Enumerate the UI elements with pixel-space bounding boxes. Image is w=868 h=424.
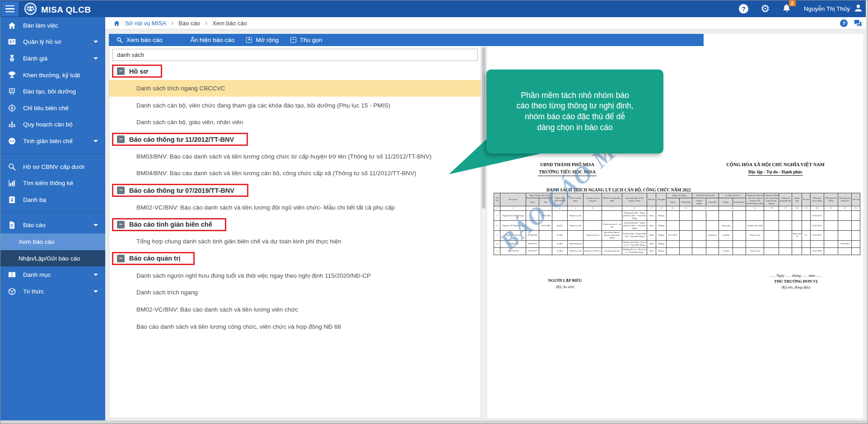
chat-messages-icon[interactable] (854, 19, 862, 28)
help-icon[interactable]: ? (739, 4, 748, 14)
report-data-table: Số TTHọ và tênNgày, tháng, năm sinhNgạch… (494, 193, 860, 255)
search-icon (116, 37, 123, 43)
sidebar-item-label: Đánh giá (23, 55, 47, 62)
report-item-row[interactable]: Danh sách trích ngang (109, 284, 481, 301)
annotation-red-box: −Báo cáo thông tư 07/2019/TT-BNV (112, 184, 248, 197)
report-item-row[interactable]: Danh sách trích ngang CBCCVC (109, 80, 481, 97)
trophy-icon (7, 71, 17, 79)
report-item-row[interactable]: Danh sách cán bộ, viên chức đang tham gi… (109, 97, 481, 114)
collapse-minus-icon[interactable]: − (117, 135, 125, 143)
chevron-down-icon (93, 224, 98, 226)
report-group-label: Báo cáo thông tư 07/2019/TT-BNV (129, 187, 234, 194)
signer-note: (Ký tên, đóng dấu) (744, 285, 848, 289)
sidebar-item[interactable]: Danh bạ (0, 191, 105, 208)
collapse-minus-icon[interactable]: − (117, 221, 125, 228)
table-header-row: Số TTHọ và tênNgày, tháng, năm sinhNgạch… (494, 193, 860, 198)
sidebar-divider (0, 149, 105, 158)
report-item-row[interactable]: Báo cáo danh sách và tiền lương công chứ… (109, 318, 481, 335)
report-item-label: Danh sách cán bộ, giáo viên, nhân viên (136, 119, 243, 126)
sidebar-navigation: Bàn làm việcQuản lý hồ sơĐánh giáKhen th… (0, 17, 105, 420)
expand-all-label: Mở rộng (256, 37, 279, 43)
sidebar-item[interactable]: Tinh giản biên chế (0, 133, 105, 149)
collapse-all-button[interactable]: − Thu gọn (290, 37, 322, 43)
sidebar-item-label: Danh bạ (23, 196, 46, 203)
scrollbar-thumb[interactable] (482, 47, 485, 209)
signer-title: THỦ TRƯỞNG ĐƠN VỊ (744, 279, 848, 284)
sidebar-item-label: Khen thưởng, kỷ luật (23, 72, 80, 79)
hamburger-menu-button[interactable] (1, 1, 19, 16)
report-item-row[interactable]: BM02-VC/BNV: Báo cáo danh sách và tiền l… (109, 301, 481, 318)
table-data-row: 4Lê Ngọc Thu29/09/197301.005Chánh thanh … (494, 240, 860, 247)
sidebar-item[interactable]: Xem báo cáo (0, 233, 105, 250)
gear-icon[interactable]: ⚙ (761, 4, 770, 14)
notifications-bell-icon[interactable]: 2 (782, 3, 792, 14)
report-group-row[interactable]: −Hồ sơ (109, 63, 481, 80)
sidebar-item[interactable]: Quản lý hồ sơ (0, 34, 105, 51)
collapse-all-label: Thu gọn (300, 37, 322, 43)
collapse-minus-icon[interactable]: − (117, 255, 125, 262)
user-menu[interactable]: Nguyễn Thị Thủy (804, 3, 863, 14)
breadcrumb-root[interactable]: Sở nội vụ MISA (125, 20, 166, 27)
sidebar-item[interactable]: Danh mục (0, 266, 105, 283)
sidebar-item[interactable]: Quy hoạch cán bộ (0, 116, 105, 133)
signature-block-left: NGƯỜI LẬP BIỂU (Ký, họ tên) (531, 278, 599, 289)
report-item-row[interactable]: Tổng hợp chung danh sách tinh giản biên … (109, 233, 481, 250)
report-item-row[interactable]: BM02-VC/BNV: Báo cáo danh sách và tiền l… (109, 199, 481, 216)
report-item-row[interactable]: BM03/BNV: Báo cáo danh sách và tiền lươn… (109, 148, 481, 165)
sidebar-item[interactable]: Đánh giá (0, 50, 105, 67)
report-item-row[interactable]: Danh sách cán bộ, giáo viên, nhân viên (109, 114, 481, 131)
annotation-red-box: −Báo cáo quản trị (112, 252, 195, 265)
report-item-label: Danh sách trích ngang CBCCVC (136, 85, 225, 92)
panel-splitter-scrollbar[interactable] (481, 46, 487, 418)
sidebar-item-label: Hồ sơ CBNV cấp dưới (23, 163, 84, 170)
report-group-label: Báo cáo quản trị (129, 255, 181, 262)
address-book-icon (7, 196, 17, 204)
annotation-red-box: −Báo cáo tinh giản biên chế (112, 218, 226, 231)
sidebar-item[interactable]: Đào tạo, bồi dưỡng (0, 83, 105, 100)
sidebar-item[interactable]: Nhận/Lập/Gửi báo cáo (0, 250, 105, 267)
table-data-row: 3Nguyễn Quốc Huy07/08/199001.005Thanh tr… (494, 230, 860, 240)
org-people-icon (7, 120, 17, 129)
toggle-reports-button[interactable]: Ẩn hiện báo cáo (191, 37, 235, 43)
report-group-row[interactable]: −Báo cáo thông tư 11/2012/TT-BNV (109, 131, 481, 148)
sidebar-item[interactable]: Chỉ tiêu biên chế (0, 100, 105, 116)
sidebar-item[interactable]: Khen thưởng, kỷ luật (0, 67, 105, 84)
chevron-down-icon (93, 57, 98, 60)
table-number-row: 1234567891011121314151617181920212223 (494, 206, 860, 210)
sidebar-item-label: Tìm kiếm thống kê (23, 180, 73, 186)
bar-chart-icon (7, 179, 17, 187)
sidebar-item[interactable]: Tri thức (0, 283, 105, 300)
sidebar-item-label: Quy hoạch cán bộ (23, 121, 73, 128)
window-bottom-edge (0, 420, 868, 424)
document-national-header: CỘNG HÒA XÃ HỘI CHỦ NGHĨA VIỆT NAM Độc l… (717, 162, 834, 176)
sidebar-item[interactable]: Báo cáo (0, 217, 105, 234)
top-header-bar: MISA QLCB ? ⚙ 2 Nguyễn Thị Thủy (0, 0, 868, 17)
collapse-minus-icon[interactable]: − (117, 186, 125, 194)
sidebar-item[interactable]: Hồ sơ CBNV cấp dưới (0, 158, 105, 175)
motto-line1: CỘNG HÒA XÃ HỘI CHỦ NGHĨA VIỆT NAM (717, 162, 834, 167)
sidebar-item-label: Quản lý hồ sơ (23, 38, 61, 45)
user-avatar-icon (854, 3, 863, 14)
signature-block-right: ....., Ngày ...... tháng ...... năm ....… (744, 273, 848, 289)
report-group-row[interactable]: −Báo cáo quản trị (109, 250, 481, 267)
signature-date-line: ....., Ngày ...... tháng ...... năm ....… (744, 273, 848, 278)
report-item-row[interactable]: BM04/BNV: Báo cáo danh sách và tiền lươn… (109, 165, 481, 182)
home-icon[interactable] (113, 20, 120, 27)
report-group-row[interactable]: −Báo cáo thông tư 07/2019/TT-BNV (109, 182, 481, 199)
expand-all-button[interactable]: + Mở rộng (246, 37, 279, 43)
report-search-input[interactable] (112, 49, 478, 61)
report-group-row[interactable]: −Báo cáo tinh giản biên chế (109, 216, 481, 233)
sidebar-item[interactable]: Bàn làm việc (0, 17, 105, 34)
report-item-row[interactable]: Danh sách người nghỉ hưu đúng tuổi và th… (109, 267, 481, 284)
search-icon (7, 163, 17, 171)
breadcrumb-level2[interactable]: Báo cáo (178, 20, 200, 27)
page-help-icon[interactable]: ? (840, 19, 848, 27)
chevron-down-icon (93, 140, 98, 142)
collapse-minus-icon[interactable]: − (117, 67, 125, 75)
breadcrumb-separator: › (205, 20, 207, 26)
sidebar-item[interactable]: Tìm kiếm thống kê (0, 175, 105, 191)
annotation-red-box: −Báo cáo thông tư 11/2012/TT-BNV (112, 133, 248, 146)
breadcrumb-level3[interactable]: Xem báo cáo (212, 20, 247, 27)
table-data-row: 5Trần Thị Thu05/10/197701.003Thanh tra v… (494, 247, 860, 255)
view-report-button[interactable]: Xem báo cáo (116, 37, 163, 43)
